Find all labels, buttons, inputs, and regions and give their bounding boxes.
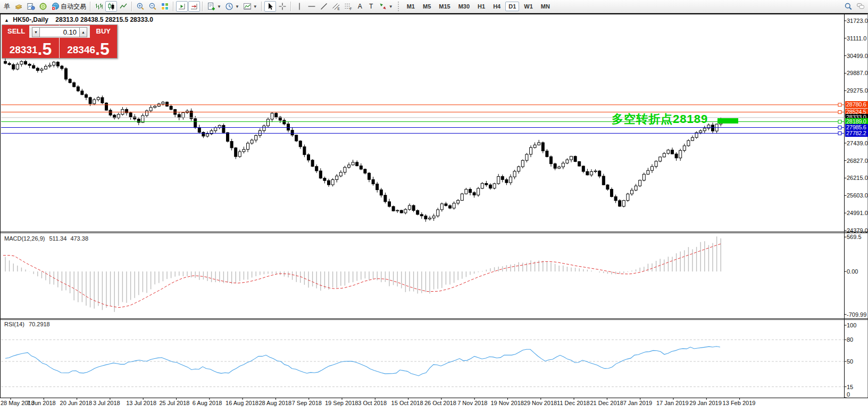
annotation-highlight-box[interactable] (717, 118, 738, 123)
text-button-label: A (358, 3, 362, 10)
line-handle[interactable] (838, 103, 841, 106)
candlesticks (4, 59, 722, 222)
fibonacci-icon: F (344, 2, 353, 11)
bar-chart-icon (95, 2, 103, 11)
timeframe-button-mn[interactable]: MN (538, 2, 553, 11)
line-handle[interactable] (838, 120, 841, 123)
chart-shift-button[interactable] (188, 1, 200, 12)
toolbar-separator (90, 2, 91, 11)
sell-price: 28331.5 (2, 41, 59, 57)
vertical-line-icon (295, 2, 304, 11)
label-button[interactable]: T (366, 1, 377, 12)
channel-button[interactable]: E (330, 1, 342, 12)
chart-shift-icon (190, 2, 198, 11)
vertical-line-button[interactable] (294, 1, 305, 12)
navigator-icon[interactable] (37, 1, 49, 12)
collapse-trade-panel-icon[interactable]: ▲ (4, 18, 9, 23)
toolbar-separator (261, 2, 262, 11)
fibonacci-button[interactable]: F (343, 1, 354, 12)
timeframe-button-w1[interactable]: W1 (521, 2, 536, 11)
auto-scroll-icon (178, 2, 186, 11)
chart-canvas (0, 0, 868, 412)
arrows-button[interactable]: ▼ (377, 1, 395, 12)
trendline-icon (320, 2, 328, 11)
sell-label: SELL (7, 27, 25, 35)
annotation-text[interactable]: 多空转折点28189 (612, 111, 708, 127)
timeframe-button-m15[interactable]: M15 (436, 2, 453, 11)
timeframe-button-m1[interactable]: M1 (404, 2, 418, 11)
line-handle[interactable] (838, 126, 841, 129)
data-window-icon[interactable] (25, 1, 37, 12)
bar-chart-button[interactable] (93, 1, 105, 12)
data-window-icon-icon (27, 2, 35, 11)
volume-decrease-button[interactable]: ▼ (32, 27, 40, 37)
price-axis[interactable] (845, 14, 868, 398)
dropdown-arrow-icon[interactable]: ▼ (389, 4, 393, 9)
toolbar-grip (398, 2, 400, 11)
new-chart-icon (207, 2, 215, 11)
zoom-in-button[interactable] (135, 1, 146, 12)
search-button[interactable] (842, 1, 854, 12)
timeframe-button-h1[interactable]: H1 (474, 2, 488, 11)
text-button[interactable]: A (355, 1, 365, 12)
volume-input[interactable] (40, 27, 79, 37)
profiles-button[interactable]: ▼ (223, 1, 241, 12)
dropdown-arrow-icon[interactable]: ▼ (217, 4, 221, 9)
autotrading-button[interactable]: 自动交易 (49, 1, 88, 12)
horizontal-line-button[interactable] (306, 1, 318, 12)
buy-label: BUY (96, 27, 111, 35)
timeframe-button-h4[interactable]: H4 (490, 2, 504, 11)
chart-window-top-border (0, 13, 868, 14)
macd-signal-line (3, 244, 722, 308)
svg-text:F: F (349, 7, 352, 11)
navigator-icon-icon (39, 2, 47, 11)
horizontal-line-icon (307, 2, 316, 11)
cursor-icon (266, 2, 274, 11)
tile-windows-icon (161, 2, 169, 11)
line-chart-icon (119, 2, 128, 11)
line-chart-button[interactable] (118, 1, 129, 12)
toolbar: 单自动交易▼▼▼EFAT▼M1M5M15M30H1H4D1W1MN (0, 0, 868, 13)
timeframe-button-m5[interactable]: M5 (420, 2, 434, 11)
toolbar-separator (131, 2, 132, 11)
toolbar-separator (202, 2, 203, 11)
indicators-button[interactable]: ▼ (241, 1, 259, 12)
time-axis[interactable] (0, 398, 845, 412)
zoom-out-button[interactable] (147, 1, 158, 12)
auto-scroll-button[interactable] (176, 1, 188, 12)
timeframe-button-m30[interactable]: M30 (455, 2, 473, 11)
zoom-in-icon (136, 2, 145, 11)
zoom-out-icon (148, 2, 157, 11)
rsi-line (5, 347, 720, 376)
sell-price-frac: .5 (38, 41, 52, 57)
candle-chart-button[interactable] (105, 1, 117, 12)
tile-windows-button[interactable] (159, 1, 171, 12)
ohlc-values: 28313.0 28438.5 28215.5 28333.0 (55, 16, 153, 23)
dropdown-arrow-icon[interactable]: ▼ (253, 4, 257, 9)
volume-increase-button[interactable]: ▲ (79, 27, 87, 37)
autotrading-button-label: 自动交易 (61, 2, 86, 11)
sell-price-main: 28331 (10, 43, 38, 57)
timeframe-button-d1[interactable]: D1 (505, 2, 519, 11)
new-order-button-label: 单 (4, 2, 10, 11)
market-watch-icon[interactable] (13, 1, 24, 12)
cursor-button[interactable] (264, 1, 276, 12)
new-chart-button[interactable]: ▼ (205, 1, 223, 12)
crosshair-button[interactable] (277, 1, 288, 12)
one-click-trade-panel: SELL 28331.5 BUY 28346.5 ▼ ▲ (2, 24, 118, 59)
new-order-button[interactable]: 单 (2, 1, 12, 12)
line-handle[interactable] (838, 111, 841, 114)
line-handle[interactable] (838, 131, 841, 135)
buy-price-frac: .5 (95, 41, 110, 57)
mt4-terminal: { "toolbar": { "items": [ {"n":"new-orde… (0, 0, 868, 412)
toolbar-separator (173, 2, 174, 11)
arrows-icon (379, 2, 387, 11)
toolbar-separator (290, 2, 291, 11)
crosshair-icon (278, 2, 287, 11)
volume-spinner: ▼ ▲ (29, 26, 90, 38)
chat-button[interactable] (855, 1, 866, 12)
buy-price-main: 28346 (67, 43, 95, 57)
label-button-label: T (369, 3, 373, 10)
trendline-button[interactable] (318, 1, 330, 12)
dropdown-arrow-icon[interactable]: ▼ (235, 4, 239, 9)
